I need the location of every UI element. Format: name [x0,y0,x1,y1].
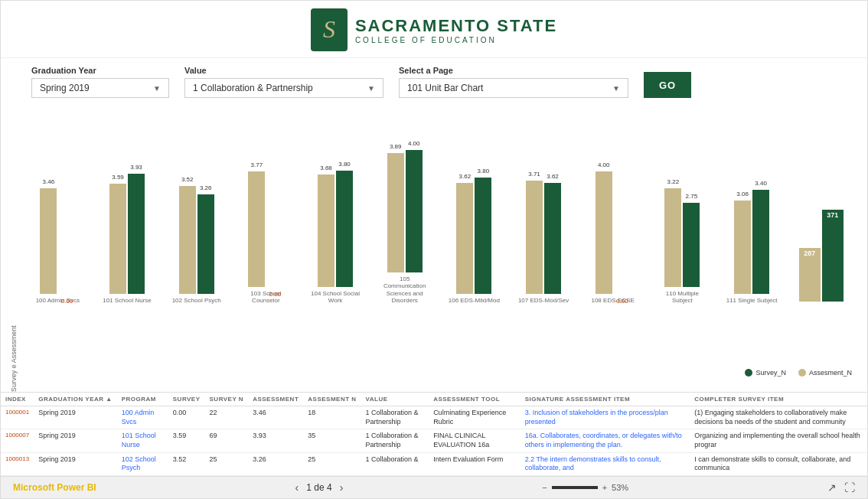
pagination: ‹ 1 de 4 › [295,481,344,494]
bar-value-label: 3.68 [320,165,332,171]
bar-value-label: 3.71 [528,171,540,178]
table-cell: 2.2 The intern demonstrates skills to co… [520,452,690,475]
bar-tan: 3.52 [179,186,196,294]
bar-group: 3.683.80104 School Social Work [301,171,370,305]
table-cell: 3.93 [248,429,303,452]
bar-green: 3.80 [475,178,491,294]
share-icon[interactable]: ↗ [827,481,837,494]
zoom-slider[interactable] [552,486,598,489]
col-index: INDEX [1,393,34,406]
table-cell: Spring 2019 [34,406,117,429]
table-cell: 1 Collaboration & Partnership [361,429,429,452]
zoom-controls: − + 53% [542,483,628,492]
bar-x-label: 104 School Social Work [308,290,362,305]
table-header-row: INDEX Graduation Year ▲ Program Survey S… [1,393,867,406]
col-assessment-n: Assesment N [303,393,361,406]
col-assessment: Assessment [248,393,303,406]
bar-green: 371 [822,210,844,302]
table-cell: 16a. Collaborates, coordinates, or deleg… [520,429,690,452]
col-tool: ASSESSMENT TOOL [429,393,520,406]
data-table: INDEX Graduation Year ▲ Program Survey S… [1,393,867,476]
bar-group: 3.593.93101 School Nurse [93,174,162,305]
col-grad-year: Graduation Year ▲ [34,393,117,406]
bar-tan: 3.06 [734,201,751,294]
legend-color-dot [745,369,752,377]
page-next-arrow[interactable]: › [340,481,344,494]
table-cell: Spring 2019 [34,429,117,452]
bar-group: 287371 [786,210,856,305]
logo-area: S SACRAMENTO STATE COLLEGE OF EDUCATION [311,8,557,51]
page-dropdown[interactable]: 101 Unit Bar Chart ▼ [399,78,628,98]
table-cell: 3.52 [168,452,205,475]
table-cell: 0.00 [168,406,205,429]
bar-group: 3.623.80106 EDS-Mild/Mod [439,178,509,305]
table-cell: Culminating Experience Rubric [429,406,520,429]
table-row: 1000007Spring 2019101 School Nurse3.5969… [1,429,867,452]
pbi-link[interactable]: Microsoft Power BI [13,482,96,493]
table-cell: (1) Engaging stakeholders to collaborati… [690,406,867,429]
page-value: 101 Unit Bar Chart [407,83,483,93]
table-cell: 69 [205,429,249,452]
bar-tan: 3.62 [456,183,473,294]
chevron-down-icon: ▼ [153,84,161,93]
bar-x-label: 106 EDS-Mild/Mod [449,297,500,305]
value-label: Value [184,66,383,75]
col-sig-item: SIGNATURE ASSESSMENT ITEM [520,393,690,406]
legend-item: Assesment_N [798,369,852,377]
table-cell: Organizing and implementing the overall … [690,429,867,452]
bar-green: 4.00 [406,150,423,272]
table-cell: 1000007 [1,429,34,452]
bar-tan: 3.22 [664,188,681,287]
bar-x-label: 107 EDS-Mod/Sev [518,297,569,305]
bar-green: 3.93 [128,174,145,294]
graduation-year-dropdown[interactable]: Spring 2019 ▼ [31,78,169,98]
bar-green: 3.40 [752,190,769,294]
graduation-year-label: Graduation Year [31,66,169,75]
bar-value-label: 3.62 [459,173,472,180]
bar-value-label: 3.06 [736,191,749,197]
bar-value-label: 4.00 [598,161,610,168]
header: S SACRAMENTO STATE COLLEGE OF EDUCATION [1,1,867,58]
table-cell: 3.26 [248,452,303,475]
bar-group: 3.222.75110 Multiple Subject [648,188,717,305]
svg-text:S: S [323,15,335,43]
logo-icon: S [311,8,348,51]
bar-value-label: 3.52 [181,176,194,183]
bar-value-label: 3.80 [338,161,351,168]
table-cell: 1 Collaboration & [361,452,429,475]
logo-text: SACRAMENTO STATE COLLEGE OF EDUCATION [355,16,557,44]
table-cell: 100 Admin Svcs [117,406,168,429]
bar-green: 3.80 [336,171,353,287]
zoom-minus[interactable]: − [542,483,547,492]
bar-value-label: 3.40 [755,180,767,187]
table-cell: FINAL CLINICAL EVALUATION 16a [429,429,520,452]
bar-value-label: 4.00 [408,140,420,147]
chevron-down-icon-2: ▼ [367,84,375,93]
value-dropdown[interactable]: 1 Collaboration & Partnership ▼ [184,78,383,98]
zoom-plus[interactable]: + [602,483,607,492]
y-axis-label: Survey e Assessment [8,106,19,392]
page-prev-arrow[interactable]: ‹ [295,481,299,494]
bar-value-label: 3.89 [390,143,402,150]
col-value: Value [361,393,429,406]
bar-x-label: 101 School Nurse [103,297,152,305]
bar-x-label: 103 School Counselor [239,290,292,305]
bar-zero-label: 0.00 [269,291,282,298]
table-cell: I can demonstrate skills to consult, col… [690,452,867,475]
col-completer: COMPLETER SURVEY ITEM [690,393,867,406]
col-program: Program [117,393,168,406]
bar-tan: 3.89 [387,153,404,272]
bar-x-label: 111 Single Subject [726,297,778,305]
table-cell: 22 [205,406,249,429]
bar-group: 3.770.00103 School Counselor [231,171,301,305]
legend-label: Assesment_N [809,369,852,377]
table-cell: 1 Collaboration & Partnership [361,406,429,429]
expand-icon[interactable]: ⛶ [844,481,855,494]
col-survey: Survey [168,393,205,406]
page-current: 1 de 4 [306,482,331,493]
table-cell: 25 [205,452,249,475]
col-survey-n: Survey N [205,393,249,406]
bar-tan: 3.77 [248,171,265,287]
go-button[interactable]: GO [644,72,691,98]
footer-icons: ↗ ⛶ [827,481,855,494]
